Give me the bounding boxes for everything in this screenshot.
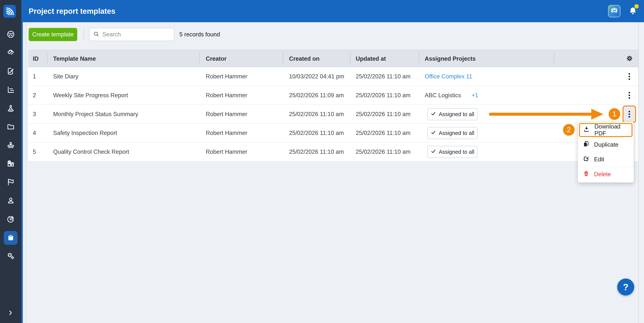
assigned-badge-label: Assigned to all bbox=[439, 130, 474, 136]
sidebar-item-resources[interactable] bbox=[0, 104, 21, 113]
person-location-icon bbox=[6, 104, 15, 113]
user-icon bbox=[6, 196, 15, 206]
help-button[interactable]: ? bbox=[617, 278, 634, 296]
sidebar-item-documents[interactable] bbox=[0, 123, 21, 131]
assigned-to-all-badge[interactable]: Assigned to all bbox=[427, 108, 478, 120]
menu-item-label: Duplicate bbox=[594, 141, 618, 148]
cell-creator: Robert Hammer bbox=[206, 124, 248, 142]
sidebar-item-flags[interactable] bbox=[0, 178, 21, 186]
sidebar-item-stamps[interactable] bbox=[0, 141, 21, 150]
cell-created-on: 25/02/2026 11:10 am bbox=[289, 105, 344, 124]
column-header-id: ID bbox=[33, 50, 38, 68]
column-header-creator: Creator bbox=[206, 50, 226, 68]
menu-item-delete[interactable]: Delete bbox=[578, 167, 634, 182]
sidebar-expand-button[interactable] bbox=[6, 309, 15, 317]
sidebar-item-planning[interactable] bbox=[0, 86, 21, 94]
annotation-step-1: 1 bbox=[608, 108, 620, 120]
stamp-icon bbox=[6, 141, 15, 150]
notification-badge bbox=[634, 4, 639, 8]
assigned-project-label: ABC Logistics bbox=[425, 92, 461, 98]
menu-item-download-pdf[interactable]: Download PDF bbox=[580, 124, 632, 136]
cell-updated-at: 25/02/2026 11:10 am bbox=[356, 86, 410, 105]
content-panel-left-border bbox=[26, 22, 26, 323]
buildings-icon bbox=[6, 159, 15, 169]
annotation-highlight-box: Download PDF bbox=[579, 123, 632, 137]
cell-id: 1 bbox=[33, 67, 36, 86]
notifications-button[interactable] bbox=[628, 5, 640, 17]
column-header-assigned-projects: Assigned Projects bbox=[425, 50, 476, 68]
cell-created-on: 25/02/2026 11:10 am bbox=[289, 142, 344, 161]
row-actions-menu-button[interactable] bbox=[625, 86, 634, 105]
annotation-arrow bbox=[489, 113, 592, 116]
sidebar-item-daily-log[interactable] bbox=[0, 68, 21, 76]
clipboard-icon bbox=[7, 234, 15, 242]
assigned-to-all-badge[interactable]: Assigned to all bbox=[427, 127, 478, 139]
cell-template-name: Safety Inspection Report bbox=[53, 124, 117, 142]
cell-creator: Robert Hammer bbox=[206, 142, 248, 161]
create-template-button[interactable]: Create template bbox=[29, 28, 77, 41]
table-row: 5 Quality Control Check Report Robert Ha… bbox=[28, 142, 638, 161]
table-row: 4 Safety Inspection Report Robert Hammer… bbox=[28, 124, 638, 142]
cell-template-name: Quality Control Check Report bbox=[53, 142, 129, 161]
tags-icon bbox=[6, 48, 15, 58]
cell-id: 3 bbox=[33, 105, 36, 124]
cell-template-name: Weekly Site Progress Report bbox=[53, 86, 128, 105]
cell-created-on: 25/02/2026 11:10 am bbox=[289, 124, 344, 142]
check-icon bbox=[430, 130, 436, 136]
gear-icon bbox=[626, 55, 633, 63]
pie-chart-icon bbox=[6, 215, 15, 224]
search-input[interactable] bbox=[102, 31, 170, 38]
toolbar-divider bbox=[84, 28, 84, 41]
menu-item-edit[interactable]: Edit bbox=[578, 152, 634, 167]
search-icon bbox=[93, 31, 100, 38]
sidebar-item-dashboard[interactable] bbox=[0, 30, 21, 39]
top-header: Project report templates bbox=[23, 0, 644, 22]
assigned-projects-more-link[interactable]: +1 bbox=[472, 92, 478, 98]
menu-item-label: Download PDF bbox=[594, 123, 628, 137]
app-logo bbox=[4, 5, 16, 18]
cell-id: 2 bbox=[33, 86, 36, 105]
templates-table: ID Template Name Creator Created on Upda… bbox=[28, 50, 638, 161]
cell-created-on: 10/03/2022 04:41 pm bbox=[289, 67, 344, 86]
sidebar-item-tags[interactable] bbox=[0, 49, 21, 57]
assigned-to-all-badge[interactable]: Assigned to all bbox=[427, 146, 478, 158]
download-icon bbox=[583, 126, 590, 134]
duplicate-icon bbox=[583, 140, 590, 149]
column-divider bbox=[282, 53, 283, 64]
check-icon bbox=[430, 148, 436, 156]
cell-updated-at: 25/02/2026 11:10 am bbox=[356, 105, 410, 124]
cell-id: 4 bbox=[33, 124, 36, 142]
sidebar-item-companies[interactable] bbox=[0, 160, 21, 168]
dashboard-icon bbox=[6, 30, 15, 40]
cell-id: 5 bbox=[33, 142, 36, 161]
sidebar-item-contacts[interactable] bbox=[0, 197, 21, 205]
cell-creator: Robert Hammer bbox=[206, 86, 248, 105]
assigned-badge-label: Assigned to all bbox=[439, 149, 474, 155]
apps-icon bbox=[610, 6, 618, 16]
cell-created-on: 25/02/2026 11:09 am bbox=[289, 86, 344, 105]
menu-item-label: Edit bbox=[594, 156, 604, 163]
annotation-arrow-head bbox=[591, 109, 603, 120]
column-header-updated-at: Updated at bbox=[356, 50, 386, 68]
cell-template-name: Site Diary bbox=[53, 67, 78, 86]
column-divider bbox=[199, 53, 200, 64]
column-divider bbox=[350, 53, 350, 64]
menu-item-duplicate[interactable]: Duplicate bbox=[578, 138, 634, 152]
search-box[interactable] bbox=[89, 28, 174, 41]
cell-updated-at: 25/02/2026 11:10 am bbox=[356, 142, 410, 161]
annotation-step-2: 2 bbox=[563, 124, 575, 136]
assigned-badge-label: Assigned to all bbox=[439, 111, 474, 118]
row-actions-menu-button-highlighted[interactable] bbox=[622, 106, 636, 123]
cell-updated-at: 25/02/2026 11:10 am bbox=[356, 67, 410, 86]
sidebar-item-reports[interactable] bbox=[0, 215, 21, 224]
table-header-row: ID Template Name Creator Created on Upda… bbox=[28, 50, 638, 67]
apps-button[interactable] bbox=[608, 5, 620, 17]
sidebar-item-report-templates[interactable] bbox=[4, 231, 18, 245]
assigned-project-link[interactable]: Office Complex 11 bbox=[425, 73, 472, 80]
records-found-label: 5 records found bbox=[179, 28, 220, 41]
sidebar-item-settings[interactable] bbox=[0, 252, 21, 260]
page-title: Project report templates bbox=[29, 0, 115, 22]
menu-item-label: Delete bbox=[594, 171, 611, 178]
table-settings-button[interactable] bbox=[623, 50, 636, 68]
row-actions-menu-button[interactable] bbox=[625, 67, 634, 86]
